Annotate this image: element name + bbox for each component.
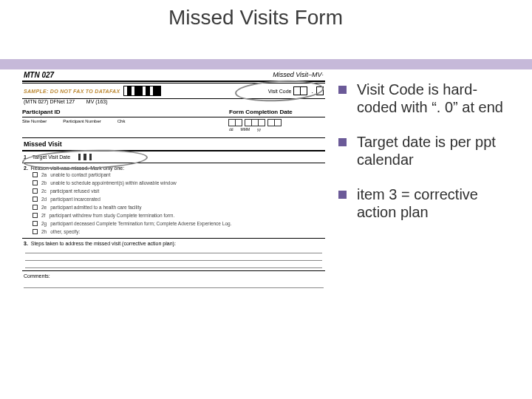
bullets-column: Visit Code is hard-coded with “. 0” at e… — [325, 69, 532, 288]
fcd-right: Form Completion Date dd MMM yy — [229, 109, 325, 132]
form-column: MTN 027 Missed Visit–MV· SAMPLE: DO NOT … — [0, 69, 325, 288]
checkbox-icon — [33, 172, 38, 177]
bullet-item: Target date is per ppt calendar — [338, 134, 517, 168]
pid-sub3: Chk — [117, 119, 126, 123]
pid-sub2: Participant Number — [63, 119, 100, 123]
q1-text: Target Visit Date — [33, 154, 70, 160]
slide-title: Missed Visits Form — [168, 6, 343, 30]
q1-date — [79, 154, 92, 160]
pid-row: Participant ID Site Number Participant N… — [22, 106, 325, 134]
q2-text: Reason visit was missed. Mark only one: — [31, 166, 124, 171]
visit-code-dot: . — [311, 87, 313, 95]
reason-row: 2gparticipant deceased Complete Terminat… — [24, 219, 324, 228]
q3-num: 3. — [24, 241, 28, 246]
pid-sub: Site Number Participant Number Chk — [22, 119, 229, 123]
reason-row: 2aunable to contact participant — [24, 171, 324, 179]
checkbox-icon — [33, 221, 38, 226]
pid-header: Participant ID — [22, 109, 229, 117]
missed-visit-header: Missed Visit — [22, 137, 325, 151]
q1-num: 1. — [24, 154, 28, 160]
reason-row: 2fparticipant withdrew from study Comple… — [24, 211, 324, 219]
write-line — [25, 253, 322, 261]
reason-code: 2f — [41, 213, 45, 218]
reason-row: 2hother, specify: — [24, 228, 324, 236]
reason-text: participant admitted to a health care fa… — [50, 205, 141, 210]
sample-warning: SAMPLE: DO NOT FAX TO DATAFAX — [24, 89, 120, 94]
reason-text: participant refused visit — [50, 188, 99, 194]
comments-label: Comments: — [22, 270, 325, 281]
bullet-square-icon — [338, 86, 347, 94]
content-area: MTN 027 Missed Visit–MV· SAMPLE: DO NOT … — [0, 69, 532, 288]
barcode-row: SAMPLE: DO NOT FAX TO DATAFAX Visit Code… — [22, 83, 325, 99]
checkbox-icon — [33, 213, 38, 218]
form-header-right: Missed Visit–MV· — [273, 71, 324, 79]
checkbox-icon — [33, 229, 38, 234]
reason-row: 2cparticipant refused visit — [24, 187, 324, 195]
fcd-boxes — [229, 119, 325, 126]
reason-code: 2c — [41, 188, 47, 194]
reason-row: 2eparticipant admitted to a health care … — [24, 203, 324, 211]
reason-text: unable to contact participant — [50, 172, 110, 177]
pid-left: Participant ID Site Number Participant N… — [22, 109, 229, 132]
pid-sub1: Site Number — [22, 119, 47, 123]
fcd-sub: dd MMM yy — [229, 127, 325, 132]
form-header: MTN 027 Missed Visit–MV· — [22, 71, 325, 82]
bullet-text: item 3 = corrective action plan — [357, 186, 517, 221]
reason-row: 2bunable to schedule appointment(s) with… — [24, 179, 324, 187]
checkbox-icon — [33, 188, 38, 194]
reason-code: 2d — [41, 197, 47, 202]
reasons-list: 2aunable to contact participant2bunable … — [24, 171, 324, 236]
visit-code-label: Visit Code — [268, 89, 292, 94]
reason-row: 2dparticipant incarcerated — [24, 195, 324, 203]
reason-text: participant withdrew from study Complete… — [49, 213, 174, 218]
form-image: MTN 027 Missed Visit–MV· SAMPLE: DO NOT … — [22, 69, 325, 288]
write-line — [24, 281, 324, 288]
checkbox-icon — [33, 197, 38, 202]
fcd-header: Form Completion Date — [229, 109, 325, 117]
bullet-text: Visit Code is hard-coded with “. 0” at e… — [357, 81, 517, 116]
study-id: MTN 027 — [24, 71, 54, 79]
q2-num: 2. — [24, 166, 28, 171]
reason-code: 2e — [41, 205, 47, 210]
reason-code: 2b — [41, 180, 47, 185]
reason-text: other, specify: — [50, 229, 80, 234]
barcode — [124, 86, 161, 96]
reason-code: 2h — [41, 229, 47, 234]
reason-text: participant incarcerated — [50, 197, 100, 202]
visit-code-box-last — [316, 86, 324, 95]
bullet-square-icon — [338, 138, 347, 146]
bullet-square-icon — [338, 191, 347, 199]
dfver-row: (MTN 027) DFNet 127 MV (163) — [22, 99, 325, 106]
reason-text: participant deceased Complete Terminatio… — [50, 221, 231, 226]
reason-code: 2a — [41, 172, 47, 177]
q2: 2. Reason visit was missed. Mark only on… — [22, 163, 325, 238]
bullet-item: item 3 = corrective action plan — [338, 186, 517, 221]
bullet-item: Visit Code is hard-coded with “. 0” at e… — [338, 81, 517, 116]
write-line — [25, 246, 322, 253]
q3-text: Steps taken to address the missed visit … — [31, 241, 176, 246]
dfver: (MTN 027) DFNet 127 — [24, 99, 75, 104]
slide-title-row: Missed Visits Form — [0, 0, 532, 40]
visit-code-group: Visit Code . — [268, 86, 324, 95]
bullets-list: Visit Code is hard-coded with “. 0” at e… — [338, 81, 517, 222]
divider-band — [0, 59, 532, 69]
checkbox-icon — [33, 180, 38, 185]
q1-row: 1. Target Visit Date — [22, 151, 325, 163]
checkbox-icon — [33, 205, 38, 210]
dfmv: MV (163) — [86, 99, 108, 104]
write-line — [25, 261, 322, 268]
q3: 3. Steps taken to address the missed vis… — [22, 238, 325, 270]
bullet-text: Target date is per ppt calendar — [357, 134, 517, 168]
visit-code-boxes — [294, 86, 307, 95]
reason-text: unable to schedule appointment(s) within… — [50, 180, 177, 185]
reason-code: 2g — [41, 221, 47, 226]
